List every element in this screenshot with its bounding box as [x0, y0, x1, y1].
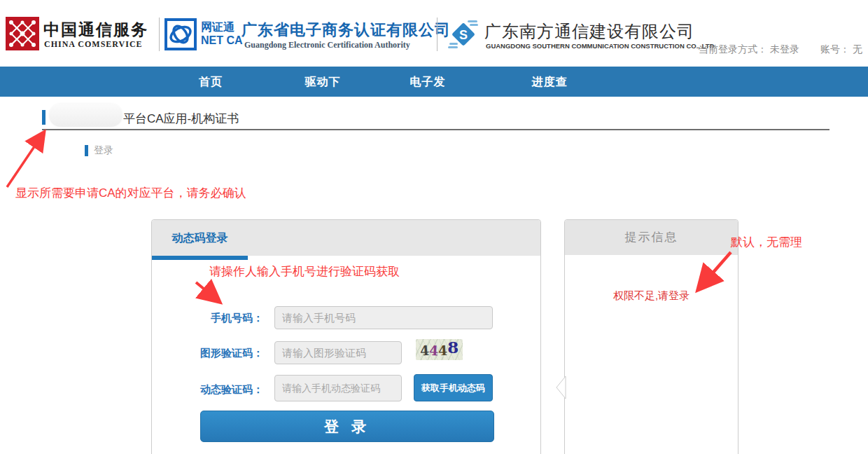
phone-number-label: 手机号码： — [152, 312, 263, 325]
login-panel: 动态码登录 请操作人输入手机号进行验证码获取 手机号码： 图形验证码： 4448… — [151, 219, 541, 454]
login-method-label: 当前登录方式： — [699, 43, 767, 55]
netca-name-cn: 网证通 — [201, 20, 234, 35]
account-label: 账号： — [820, 43, 850, 55]
annotation-default-note: 默认，无需理 — [731, 234, 802, 250]
comservice-logo-icon — [6, 17, 39, 50]
title-accent-bar — [42, 110, 46, 125]
page-title: 平台CA应用-机构证书 — [123, 111, 239, 127]
southern-name-cn: 广东南方通信建设有限公司 — [484, 20, 694, 43]
southern-logo-icon: S — [447, 18, 480, 51]
main-nav: 首页 驱动下载 电子发票 进度查询 — [0, 67, 868, 97]
nav-item-home[interactable]: 首页 — [188, 67, 233, 97]
nav-item-e-invoice[interactable]: 电子发票 — [405, 67, 450, 97]
captcha-digit: 4 — [438, 340, 448, 361]
gdca-name-cn: 广东省电子商务认证有限公司 — [241, 20, 451, 41]
page: 中国通信服务 CHINA COMSERVICE 网证通 NET CA 广东省电子… — [0, 0, 868, 454]
sms-code-label: 动态验证码： — [152, 383, 263, 397]
annotation-arrow-downleft-icon — [690, 247, 738, 296]
login-button[interactable]: 登 录 — [200, 411, 494, 442]
account-value: 无 — [853, 43, 862, 55]
get-sms-code-button[interactable]: 获取手机动态码 — [414, 374, 493, 401]
section-accent-bar — [85, 145, 88, 156]
sms-code-input[interactable] — [274, 375, 402, 401]
title-divider — [42, 129, 830, 130]
tip-panel-notch-icon — [555, 376, 566, 399]
nav-item-driver-download[interactable]: 驱动下载 — [300, 67, 345, 97]
redacted-platform-name — [49, 104, 122, 127]
captcha-digit: 8 — [447, 337, 458, 358]
annotation-arrow-up-icon — [1, 128, 52, 193]
gdca-name-en: Guangdong Electronic Certification Autho… — [244, 40, 410, 50]
header-divider — [437, 18, 438, 51]
annotation-arrow-down-icon — [191, 280, 226, 308]
header-divider — [159, 18, 160, 51]
comservice-name-en: CHINA COMSERVICE — [44, 39, 143, 50]
login-method-value: 未登录 — [770, 43, 799, 55]
captcha-image[interactable]: 4448 — [416, 339, 463, 360]
phone-number-input[interactable] — [274, 306, 493, 329]
netca-name-en: NET CA — [201, 34, 243, 47]
image-captcha-label: 图形验证码： — [152, 347, 263, 360]
netca-logo-icon — [164, 18, 197, 50]
login-status-bar: 当前登录方式：未登录账号：无 — [696, 43, 862, 56]
tab-active-underline — [152, 256, 248, 260]
comservice-name-cn: 中国通信服务 — [43, 19, 148, 41]
southern-name-en: GUANGDONG SOUTHERN COMMUNICATION CONSTRU… — [486, 42, 716, 50]
nav-item-progress-query[interactable]: 进度查询 — [527, 67, 572, 97]
tab-dynamic-code-login[interactable]: 动态码登录 — [152, 220, 248, 260]
section-label-login: 登录 — [94, 144, 113, 157]
annotation-phone-note: 请操作人输入手机号进行验证码获取 — [209, 263, 400, 280]
image-captcha-input[interactable] — [274, 341, 402, 364]
svg-text:S: S — [459, 28, 468, 42]
